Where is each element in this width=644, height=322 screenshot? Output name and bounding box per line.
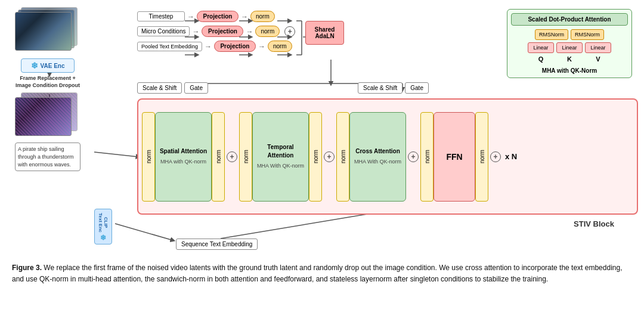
v-label: V xyxy=(585,55,611,63)
video-frame-front xyxy=(15,12,72,51)
arrow-1: → xyxy=(187,13,194,21)
plus-spatial: + xyxy=(225,151,239,162)
vae-enc-label: VAE Enc xyxy=(41,63,65,69)
stiv-block: norm Spatial Attention MHA with QK-norm … xyxy=(137,98,638,215)
norm-7: norm xyxy=(475,112,488,202)
stiv-block-label: STIV Block xyxy=(574,219,614,228)
arrow-2: → xyxy=(241,13,248,21)
plus-ffn: + xyxy=(488,151,503,162)
temporal-attn-label: Temporal Attention xyxy=(256,143,305,160)
gate-left-box: Gate xyxy=(184,82,208,94)
linear-row: Linear Linear Linear xyxy=(511,42,628,53)
norm-1: norm xyxy=(142,112,155,202)
norm-5: norm xyxy=(336,112,349,202)
mha-inner: RMSNorm RMSNorm Linear Linear Linear Q K… xyxy=(511,29,628,74)
q-label: Q xyxy=(528,55,554,63)
micro-conditions-label: Micro Conditions xyxy=(137,26,190,36)
linear-k: Linear xyxy=(556,42,583,53)
ffn-block: FFN xyxy=(434,112,475,202)
gate-right-box: Gate xyxy=(405,82,429,94)
shared-adaln-box: Shared AdaLN xyxy=(305,21,344,45)
cross-attention-block: Cross Attention MHA With QK-norm xyxy=(349,112,406,202)
cross-attn-sub: MHA With QK-norm xyxy=(354,158,401,166)
left-panel: ❄ VAE Enc Frame Replacement + Image Cond… xyxy=(9,6,86,171)
shared-adaln-label: Shared AdaLN xyxy=(315,26,335,39)
svg-line-34 xyxy=(115,224,173,240)
pooled-norm: norm xyxy=(268,41,292,52)
temporal-attention-block: Temporal Attention MHA With QK-norm xyxy=(252,112,309,202)
vae-enc-box: ❄ VAE Enc xyxy=(21,58,75,73)
clip-label: CLIP Text Enc xyxy=(98,212,109,233)
snowflake-icon: ❄ xyxy=(31,61,38,70)
noised-frame-front xyxy=(15,97,72,136)
seq-embed-label: Sequence Text Embedding xyxy=(181,241,252,247)
mha-qknorm-box: Scaled Dot-Product Attention RMSNorm RMS… xyxy=(507,9,632,78)
plus-cross: + xyxy=(406,151,420,162)
diagram-area: ❄ VAE Enc Frame Replacement + Image Cond… xyxy=(6,6,638,256)
timestep-label: Timestep xyxy=(137,11,185,21)
pooled-text-label: Pooled Text Embedding xyxy=(137,42,202,51)
scale-shift-right: Scale & Shift Gate xyxy=(358,82,429,94)
spatial-attention-block: Spatial Attention MHA with QK-norm xyxy=(155,112,212,202)
timestep-proj: Projection xyxy=(197,11,239,22)
micro-proj: Projection xyxy=(202,26,243,37)
figure-caption: Figure 3. We replace the first frame of … xyxy=(6,262,638,285)
scale-shift-left: Scale & Shift Gate xyxy=(137,82,208,94)
plus-temporal: + xyxy=(322,151,336,162)
norm-6: norm xyxy=(420,112,434,202)
scale-shift-right-box: Scale & Shift xyxy=(358,82,402,94)
seq-text-embed-box: Sequence Text Embedding xyxy=(176,239,258,250)
arrow-4: → xyxy=(246,27,253,36)
mha-with-qknorm-label: MHA with QK-Norm xyxy=(511,67,628,74)
norm-4: norm xyxy=(309,112,322,202)
svg-line-36 xyxy=(94,152,138,157)
figure-number: Figure 3. xyxy=(12,264,42,272)
scale-shift-left-box: Scale & Shift xyxy=(137,82,182,94)
clip-snowflake-icon: ❄ xyxy=(100,233,106,242)
timestep-norm: norm xyxy=(250,11,275,22)
linear-q: Linear xyxy=(528,42,554,53)
arrow-5: → xyxy=(205,42,212,51)
micro-norm: norm xyxy=(255,26,280,37)
spatial-attn-sub: MHA with QK-norm xyxy=(160,158,206,166)
arrow-3: → xyxy=(192,27,199,36)
rmsnorm-q: RMSNorm xyxy=(535,29,568,40)
input-video-stack xyxy=(15,6,80,54)
ffn-label: FFN xyxy=(446,152,462,162)
scaled-dot-product-label: Scaled Dot-Product Attention xyxy=(511,13,628,26)
frame-replace-text: Frame Replacement + Image Condition Drop… xyxy=(15,75,80,89)
linear-v: Linear xyxy=(585,42,611,53)
pooled-proj: Projection xyxy=(214,41,256,52)
temporal-attn-sub: MHA With QK-norm xyxy=(257,162,304,170)
cross-attn-label: Cross Attention xyxy=(355,147,400,156)
clip-text-enc-box: ❄ CLIP Text Enc xyxy=(94,209,112,244)
k-label: K xyxy=(556,55,583,63)
plus-circle-1: + xyxy=(284,26,295,37)
qkv-row: Q K V xyxy=(511,55,628,63)
main-container: ❄ VAE Enc Frame Replacement + Image Cond… xyxy=(0,0,644,291)
arrow-6: → xyxy=(258,42,265,51)
caption-text: We replace the first frame of the noised… xyxy=(12,264,622,283)
norm-3: norm xyxy=(239,112,252,202)
norm-2: norm xyxy=(212,112,225,202)
conditioned-video-stack xyxy=(15,91,80,139)
spatial-attn-label: Spatial Attention xyxy=(160,147,207,156)
rmsnorm-row: RMSNorm RMSNorm xyxy=(511,29,628,40)
text-prompt-box: A pirate ship sailing through a thunders… xyxy=(15,143,80,171)
rmsnorm-k: RMSNorm xyxy=(571,29,604,40)
xn-label: x N xyxy=(505,152,517,161)
